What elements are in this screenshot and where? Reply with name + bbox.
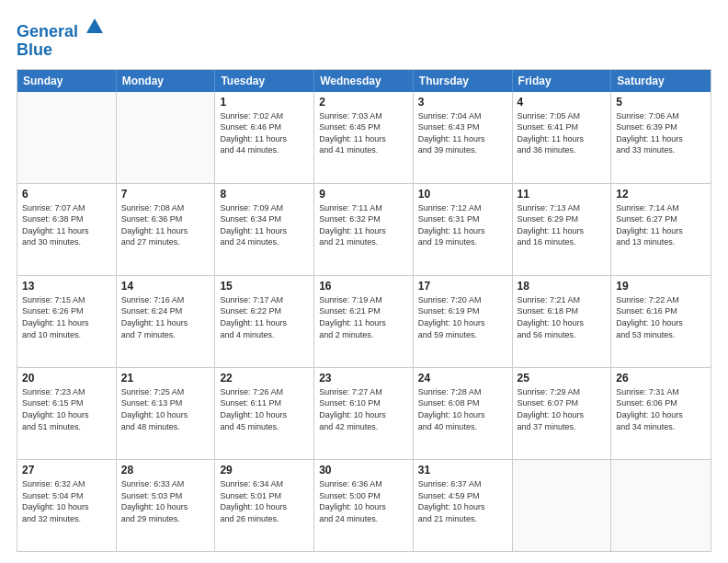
page: General Blue SundayMondayTuesdayWednesda… <box>0 0 728 563</box>
logo-text: General <box>17 17 105 41</box>
calendar-cell: 12Sunrise: 7:14 AM Sunset: 6:27 PM Dayli… <box>611 184 711 275</box>
logo-blue: Blue <box>17 41 105 60</box>
cell-text: Sunrise: 7:25 AM Sunset: 6:13 PM Dayligh… <box>121 386 210 432</box>
cell-text: Sunrise: 7:21 AM Sunset: 6:18 PM Dayligh… <box>518 294 607 340</box>
calendar-cell: 21Sunrise: 7:25 AM Sunset: 6:13 PM Dayli… <box>117 368 216 459</box>
calendar-cell: 28Sunrise: 6:33 AM Sunset: 5:03 PM Dayli… <box>117 460 216 551</box>
cell-text: Sunrise: 7:22 AM Sunset: 6:16 PM Dayligh… <box>616 294 706 340</box>
calendar-cell: 8Sunrise: 7:09 AM Sunset: 6:34 PM Daylig… <box>215 184 314 275</box>
calendar-cell: 6Sunrise: 7:07 AM Sunset: 6:38 PM Daylig… <box>17 184 117 275</box>
cell-text: Sunrise: 6:33 AM Sunset: 5:03 PM Dayligh… <box>121 478 210 524</box>
calendar-cell <box>513 460 612 551</box>
cell-text: Sunrise: 7:12 AM Sunset: 6:31 PM Dayligh… <box>418 202 507 248</box>
calendar-cell: 22Sunrise: 7:26 AM Sunset: 6:11 PM Dayli… <box>215 368 314 459</box>
day-number: 17 <box>418 280 507 293</box>
day-number: 18 <box>518 280 607 293</box>
calendar-cell: 19Sunrise: 7:22 AM Sunset: 6:16 PM Dayli… <box>611 276 711 367</box>
day-number: 1 <box>220 96 309 109</box>
day-number: 28 <box>121 464 210 477</box>
cell-text: Sunrise: 7:19 AM Sunset: 6:21 PM Dayligh… <box>319 294 408 340</box>
calendar-cell: 1Sunrise: 7:02 AM Sunset: 6:46 PM Daylig… <box>215 92 314 183</box>
calendar-cell: 2Sunrise: 7:03 AM Sunset: 6:45 PM Daylig… <box>314 92 414 183</box>
weekday-header: Thursday <box>414 70 513 92</box>
calendar-cell: 4Sunrise: 7:05 AM Sunset: 6:41 PM Daylig… <box>513 92 612 183</box>
cell-text: Sunrise: 7:02 AM Sunset: 6:46 PM Dayligh… <box>220 110 309 156</box>
calendar-cell: 18Sunrise: 7:21 AM Sunset: 6:18 PM Dayli… <box>513 276 612 367</box>
calendar-row: 20Sunrise: 7:23 AM Sunset: 6:15 PM Dayli… <box>17 367 711 459</box>
cell-text: Sunrise: 7:26 AM Sunset: 6:11 PM Dayligh… <box>220 386 309 432</box>
logo: General Blue <box>17 17 105 60</box>
day-number: 16 <box>319 280 408 293</box>
cell-text: Sunrise: 7:05 AM Sunset: 6:41 PM Dayligh… <box>518 110 607 156</box>
day-number: 19 <box>616 280 706 293</box>
calendar-cell: 11Sunrise: 7:13 AM Sunset: 6:29 PM Dayli… <box>513 184 612 275</box>
day-number: 26 <box>616 372 706 385</box>
calendar-cell: 30Sunrise: 6:36 AM Sunset: 5:00 PM Dayli… <box>314 460 414 551</box>
calendar-cell: 24Sunrise: 7:28 AM Sunset: 6:08 PM Dayli… <box>414 368 513 459</box>
weekday-header: Friday <box>513 70 612 92</box>
calendar-cell <box>17 92 117 183</box>
calendar-body: 1Sunrise: 7:02 AM Sunset: 6:46 PM Daylig… <box>17 92 711 551</box>
cell-text: Sunrise: 6:36 AM Sunset: 5:00 PM Dayligh… <box>319 478 408 524</box>
cell-text: Sunrise: 7:14 AM Sunset: 6:27 PM Dayligh… <box>616 202 706 248</box>
calendar-cell: 29Sunrise: 6:34 AM Sunset: 5:01 PM Dayli… <box>215 460 314 551</box>
cell-text: Sunrise: 7:16 AM Sunset: 6:24 PM Dayligh… <box>121 294 210 340</box>
cell-text: Sunrise: 7:31 AM Sunset: 6:06 PM Dayligh… <box>616 386 706 432</box>
cell-text: Sunrise: 7:29 AM Sunset: 6:07 PM Dayligh… <box>518 386 607 432</box>
day-number: 6 <box>22 188 111 201</box>
cell-text: Sunrise: 7:03 AM Sunset: 6:45 PM Dayligh… <box>319 110 408 156</box>
calendar-header: SundayMondayTuesdayWednesdayThursdayFrid… <box>17 70 711 92</box>
day-number: 24 <box>418 372 507 385</box>
day-number: 2 <box>319 96 408 109</box>
day-number: 3 <box>418 96 507 109</box>
cell-text: Sunrise: 7:11 AM Sunset: 6:32 PM Dayligh… <box>319 202 408 248</box>
calendar-cell: 25Sunrise: 7:29 AM Sunset: 6:07 PM Dayli… <box>513 368 612 459</box>
weekday-header: Wednesday <box>314 70 414 92</box>
day-number: 8 <box>220 188 309 201</box>
calendar-cell: 16Sunrise: 7:19 AM Sunset: 6:21 PM Dayli… <box>314 276 414 367</box>
calendar: SundayMondayTuesdayWednesdayThursdayFrid… <box>17 69 711 552</box>
svg-marker-0 <box>86 18 103 33</box>
cell-text: Sunrise: 7:13 AM Sunset: 6:29 PM Dayligh… <box>518 202 607 248</box>
calendar-cell: 20Sunrise: 7:23 AM Sunset: 6:15 PM Dayli… <box>17 368 117 459</box>
calendar-row: 13Sunrise: 7:15 AM Sunset: 6:26 PM Dayli… <box>17 275 711 367</box>
cell-text: Sunrise: 7:23 AM Sunset: 6:15 PM Dayligh… <box>22 386 111 432</box>
weekday-header: Saturday <box>611 70 711 92</box>
cell-text: Sunrise: 7:06 AM Sunset: 6:39 PM Dayligh… <box>616 110 706 156</box>
logo-general: General <box>17 22 78 40</box>
header: General Blue <box>17 17 711 60</box>
calendar-row: 1Sunrise: 7:02 AM Sunset: 6:46 PM Daylig… <box>17 92 711 183</box>
calendar-cell: 23Sunrise: 7:27 AM Sunset: 6:10 PM Dayli… <box>314 368 414 459</box>
day-number: 21 <box>121 372 210 385</box>
cell-text: Sunrise: 7:20 AM Sunset: 6:19 PM Dayligh… <box>418 294 507 340</box>
cell-text: Sunrise: 7:27 AM Sunset: 6:10 PM Dayligh… <box>319 386 408 432</box>
calendar-cell: 5Sunrise: 7:06 AM Sunset: 6:39 PM Daylig… <box>611 92 711 183</box>
cell-text: Sunrise: 7:17 AM Sunset: 6:22 PM Dayligh… <box>220 294 309 340</box>
day-number: 30 <box>319 464 408 477</box>
cell-text: Sunrise: 7:09 AM Sunset: 6:34 PM Dayligh… <box>220 202 309 248</box>
day-number: 14 <box>121 280 210 293</box>
cell-text: Sunrise: 7:04 AM Sunset: 6:43 PM Dayligh… <box>418 110 507 156</box>
day-number: 13 <box>22 280 111 293</box>
day-number: 23 <box>319 372 408 385</box>
cell-text: Sunrise: 6:32 AM Sunset: 5:04 PM Dayligh… <box>22 478 111 524</box>
calendar-cell: 3Sunrise: 7:04 AM Sunset: 6:43 PM Daylig… <box>414 92 513 183</box>
calendar-cell: 14Sunrise: 7:16 AM Sunset: 6:24 PM Dayli… <box>117 276 216 367</box>
day-number: 15 <box>220 280 309 293</box>
day-number: 4 <box>518 96 607 109</box>
day-number: 11 <box>518 188 607 201</box>
day-number: 10 <box>418 188 507 201</box>
day-number: 25 <box>518 372 607 385</box>
calendar-cell: 13Sunrise: 7:15 AM Sunset: 6:26 PM Dayli… <box>17 276 117 367</box>
calendar-row: 27Sunrise: 6:32 AM Sunset: 5:04 PM Dayli… <box>17 459 711 551</box>
day-number: 22 <box>220 372 309 385</box>
day-number: 20 <box>22 372 111 385</box>
calendar-cell <box>117 92 216 183</box>
calendar-cell: 10Sunrise: 7:12 AM Sunset: 6:31 PM Dayli… <box>414 184 513 275</box>
cell-text: Sunrise: 6:37 AM Sunset: 4:59 PM Dayligh… <box>418 478 507 524</box>
calendar-cell <box>611 460 711 551</box>
day-number: 5 <box>616 96 706 109</box>
cell-text: Sunrise: 7:15 AM Sunset: 6:26 PM Dayligh… <box>22 294 111 340</box>
cell-text: Sunrise: 7:28 AM Sunset: 6:08 PM Dayligh… <box>418 386 507 432</box>
calendar-cell: 17Sunrise: 7:20 AM Sunset: 6:19 PM Dayli… <box>414 276 513 367</box>
